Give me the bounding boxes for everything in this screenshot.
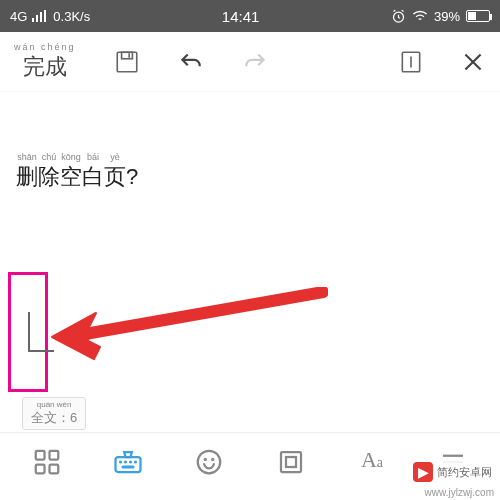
- svg-rect-2: [40, 12, 42, 22]
- question-chars: 删除空白页?: [16, 162, 138, 192]
- close-icon[interactable]: [460, 49, 486, 75]
- signal-icon: [32, 10, 48, 22]
- keyboard-icon[interactable]: [113, 447, 143, 477]
- pinyin-5: yè: [104, 152, 126, 162]
- undo-icon[interactable]: [178, 49, 204, 75]
- svg-rect-12: [35, 450, 44, 459]
- voice-icon[interactable]: [194, 447, 224, 477]
- redo-icon[interactable]: [242, 49, 268, 75]
- done-pinyin: wán chéng: [14, 42, 76, 52]
- save-icon[interactable]: [114, 49, 140, 75]
- svg-point-23: [205, 458, 206, 459]
- app-toolbar: wán chéng 完成: [0, 32, 500, 92]
- svg-rect-26: [286, 457, 296, 467]
- font-icon[interactable]: Aa: [357, 447, 387, 477]
- apps-icon[interactable]: [32, 447, 62, 477]
- battery-icon: [466, 10, 490, 22]
- document-area[interactable]: shān chú kōng bái yè 删除空白页?: [0, 92, 500, 422]
- watermark-logo-icon: ▶: [413, 462, 433, 482]
- done-button[interactable]: wán chéng 完成: [14, 42, 76, 82]
- svg-rect-3: [44, 10, 46, 22]
- svg-rect-5: [117, 52, 137, 72]
- svg-rect-1: [36, 15, 38, 22]
- svg-rect-16: [115, 457, 140, 472]
- svg-rect-15: [49, 464, 58, 473]
- done-label: 完成: [23, 52, 67, 82]
- status-time: 14:41: [222, 8, 260, 25]
- svg-point-24: [212, 458, 213, 459]
- wifi-icon: [412, 10, 428, 22]
- alarm-icon: [391, 9, 406, 24]
- network-speed: 0.3K/s: [53, 9, 90, 24]
- word-count-label: 全文：6: [31, 409, 77, 427]
- annotation-arrow: [38, 287, 328, 362]
- svg-rect-0: [32, 18, 34, 22]
- svg-rect-13: [49, 450, 58, 459]
- pinyin-3: kōng: [60, 152, 82, 162]
- status-left: 4G 0.3K/s: [10, 9, 90, 24]
- svg-rect-14: [35, 464, 44, 473]
- svg-rect-25: [281, 452, 301, 472]
- word-count-pinyin: quán wén: [37, 400, 72, 409]
- pinyin-1: shān: [16, 152, 38, 162]
- word-count-pill[interactable]: quán wén 全文：6: [22, 397, 86, 430]
- watermark-url: www.jylzwj.com: [425, 487, 494, 498]
- status-right: 39%: [391, 9, 490, 24]
- question-text: shān chú kōng bái yè 删除空白页?: [16, 152, 138, 192]
- page-icon[interactable]: [398, 49, 424, 75]
- watermark: ▶ 简约安卓网: [411, 460, 494, 484]
- svg-point-22: [198, 450, 221, 473]
- pinyin-4: bái: [82, 152, 104, 162]
- battery-pct: 39%: [434, 9, 460, 24]
- status-bar: 4G 0.3K/s 14:41 39%: [0, 0, 500, 32]
- pinyin-2: chú: [38, 152, 60, 162]
- svg-rect-6: [121, 52, 132, 59]
- watermark-site: 简约安卓网: [437, 465, 492, 480]
- layout-icon[interactable]: [276, 447, 306, 477]
- network-type: 4G: [10, 9, 27, 24]
